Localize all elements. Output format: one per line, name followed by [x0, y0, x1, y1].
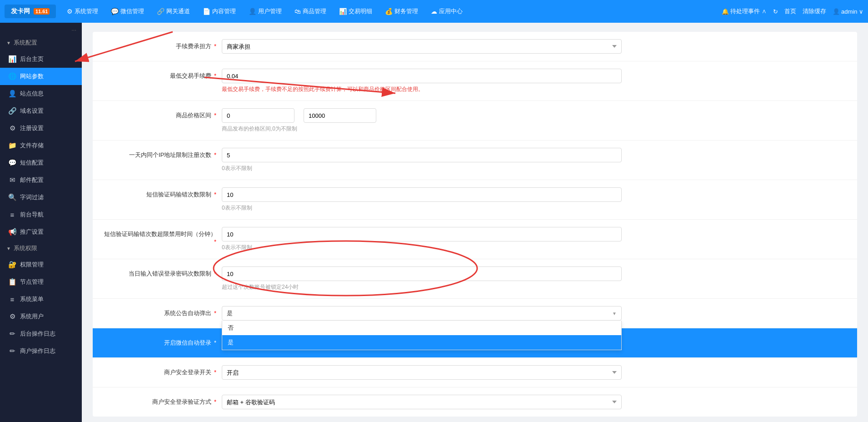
logo-title: 发卡网 — [11, 7, 30, 15]
label-merchant-security: 商户安全登录开关 * — [104, 365, 222, 377]
sidebar-item-file-storage[interactable]: 📁 文件存储 — [0, 137, 82, 154]
sidebar-item-perm-mgmt[interactable]: 🔐 权限管理 — [0, 256, 82, 273]
login-error-input[interactable] — [222, 266, 622, 281]
sidebar-item-node-mgmt[interactable]: 📋 节点管理 — [0, 273, 82, 291]
sidebar-item-site-params[interactable]: 🌐 网站参数 — [0, 68, 82, 85]
form-row-merchant-security: 商户安全登录开关 * 开启 — [93, 358, 857, 387]
form-row-sms-error: 短信验证码输错次数限制 * 0表示不限制 — [93, 180, 857, 220]
sidebar-label-register: 注册设置 — [20, 124, 44, 132]
nav-item-app[interactable]: ☁ 应用中心 — [424, 0, 469, 23]
sidebar-item-register[interactable]: ⚙ 注册设置 — [0, 120, 82, 137]
sidebar-section-system-perms[interactable]: ▼ 系统权限 — [0, 241, 82, 256]
required-star-10: * — [214, 369, 216, 376]
option-no[interactable]: 否 — [222, 321, 621, 335]
sidebar-label-backend-log: 后台操作日志 — [20, 330, 55, 338]
nav-item-goods[interactable]: 🛍 商品管理 — [288, 0, 333, 23]
sidebar-item-front-nav[interactable]: ≡ 前台导航 — [0, 206, 82, 223]
clear-cache-button[interactable]: 清除缓存 — [803, 7, 826, 15]
admin-icon: 👤 — [833, 8, 840, 15]
sidebar-item-system-user[interactable]: ⚙ 系统用户 — [0, 308, 82, 325]
nav-item-gateway[interactable]: 🔗 网关通道 — [150, 0, 196, 23]
notice-popup-value: 是 — [227, 309, 233, 317]
field-notice-popup: 是 ▼ 否 是 — [222, 306, 631, 321]
word-filter-icon: 🔍 — [8, 193, 16, 201]
notice-popup-select[interactable]: 是 ▼ — [222, 306, 622, 321]
sms-ban-hint: 0表示不限制 — [222, 244, 631, 251]
min-fee-input[interactable] — [222, 69, 622, 83]
sidebar-item-site-info[interactable]: 👤 站点信息 — [0, 85, 82, 102]
refresh-button[interactable]: ↻ — [773, 8, 778, 15]
sms-ban-input[interactable] — [222, 227, 622, 241]
sidebar-section-system-config[interactable]: ▼ 系统配置 — [0, 35, 82, 50]
option-yes[interactable]: 是 — [222, 335, 621, 350]
form-row-ip-limit: 一天内同个IP地址限制注册次数 * 0表示不限制 — [93, 141, 857, 180]
label-sms-error: 短信验证码输错次数限制 * — [104, 187, 222, 199]
trade-icon: 📊 — [339, 8, 347, 15]
nav-item-system[interactable]: ⚙ 系统管理 — [60, 0, 105, 23]
sms-error-input[interactable] — [222, 187, 622, 202]
label-merchant-verify: 商户安全登录验证方式 * — [104, 395, 222, 406]
fee-bearer-select[interactable]: 商家承担 — [222, 39, 622, 54]
price-range-hint: 商品发布的价格区间,0为不限制 — [222, 125, 631, 133]
home-label: 首页 — [784, 7, 796, 15]
sms-error-hint: 0表示不限制 — [222, 204, 631, 212]
pending-events[interactable]: 🔔 待处理事件 ∧ — [722, 7, 767, 15]
nav-item-content[interactable]: 📄 内容管理 — [196, 0, 242, 23]
merchant-verify-wrapper: 邮箱 + 谷歌验证码 — [222, 395, 631, 409]
price-min-input[interactable] — [222, 108, 294, 123]
register-icon: ⚙ — [8, 124, 16, 132]
merchant-security-label-text: 商户安全登录开关 — [164, 369, 211, 376]
content-icon: 📄 — [203, 8, 210, 15]
required-star-4: * — [214, 151, 216, 158]
sidebar-label-file-storage: 文件存储 — [20, 141, 44, 150]
login-error-label-text: 当日输入错误登录密码次数限制 — [129, 270, 211, 277]
nav-item-finance[interactable]: 💰 财务管理 — [379, 0, 424, 23]
merchant-security-select[interactable]: 开启 — [222, 365, 622, 380]
sidebar-item-dashboard[interactable]: 📊 后台主页 — [0, 50, 82, 68]
sidebar-item-mail[interactable]: ✉ 邮件配置 — [0, 171, 82, 189]
label-ip-limit: 一天内同个IP地址限制注册次数 * — [104, 148, 222, 159]
sidebar-item-sms[interactable]: 💬 短信配置 — [0, 154, 82, 171]
notice-popup-wrapper: 是 ▼ 否 是 — [222, 306, 631, 321]
sidebar-label-sms: 短信配置 — [20, 159, 44, 167]
field-merchant-security: 开启 — [222, 365, 631, 380]
field-min-fee: 最低交易手续费，手续费不足的按照此手续费计算，可以和商品价格区间配合使用。 — [222, 69, 631, 93]
admin-menu[interactable]: 👤 admin ∨ — [833, 8, 863, 15]
main-content: 手续费承担方 * 商家承担 最低交易手续费 * — [82, 23, 868, 422]
ip-limit-hint: 0表示不限制 — [222, 165, 631, 172]
pending-label: 待处理事件 ∧ — [730, 7, 767, 15]
dashboard-icon: 📊 — [8, 55, 16, 63]
front-nav-icon: ≡ — [8, 211, 16, 219]
sidebar-label-mail: 邮件配置 — [20, 176, 44, 184]
merchant-verify-select[interactable]: 邮箱 + 谷歌验证码 — [222, 395, 622, 409]
site-params-icon: 🌐 — [8, 72, 16, 80]
home-link[interactable]: 首页 — [784, 7, 796, 15]
sidebar-item-merchant-log[interactable]: ✏ 商户操作日志 — [0, 342, 82, 360]
nav-item-wechat[interactable]: 💬 微信管理 — [105, 0, 150, 23]
right-actions: 🔔 待处理事件 ∧ ↻ 首页 清除缓存 👤 admin ∨ — [722, 7, 863, 15]
sidebar-item-promo[interactable]: 📢 推广设置 — [0, 223, 82, 241]
nav-label-trade: 交易明细 — [349, 7, 372, 15]
nav-item-user[interactable]: 👤 用户管理 — [242, 0, 288, 23]
sidebar-label-node-mgmt: 节点管理 — [20, 278, 44, 286]
node-icon: 📋 — [8, 278, 16, 286]
nav-item-trade[interactable]: 📊 交易明细 — [333, 0, 379, 23]
clear-label: 清除缓存 — [803, 7, 826, 15]
nav-label-content: 内容管理 — [212, 7, 236, 15]
nav-label-app: 应用中心 — [439, 7, 463, 15]
form-row-sms-ban: 短信验证码输错次数超限禁用时间（分钟） * 0表示不限制 — [93, 220, 857, 259]
sidebar-item-backend-log[interactable]: ✏ 后台操作日志 — [0, 325, 82, 342]
ip-limit-input[interactable] — [222, 148, 622, 162]
logo[interactable]: 发卡网 11.61 — [5, 5, 56, 18]
sidebar-item-system-menu[interactable]: ≡ 系统菜单 — [0, 291, 82, 308]
sidebar-item-domain[interactable]: 🔗 域名设置 — [0, 102, 82, 120]
sidebar-more-btn[interactable]: ··· — [0, 23, 82, 35]
chevron-down-icon: ▼ — [612, 311, 617, 316]
required-star-5: * — [214, 191, 216, 198]
field-price-range: 商品发布的价格区间,0为不限制 — [222, 108, 631, 133]
field-merchant-verify: 邮箱 + 谷歌验证码 — [222, 395, 631, 409]
notice-popup-label-text: 系统公告自动弹出 — [164, 310, 211, 316]
sms-icon: 💬 — [8, 159, 16, 167]
price-max-input[interactable] — [304, 108, 376, 123]
sidebar-item-word-filter[interactable]: 🔍 字词过滤 — [0, 189, 82, 206]
